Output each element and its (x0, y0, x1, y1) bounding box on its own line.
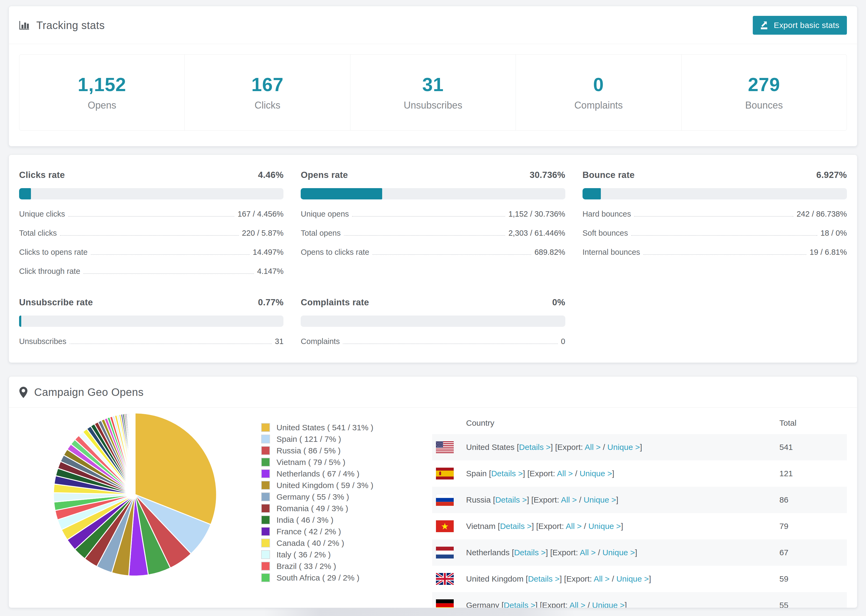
flag-gb-icon (436, 573, 454, 585)
progress-bar (301, 316, 565, 327)
country-name: Germany (466, 601, 499, 608)
rate-title: Bounce rate (583, 170, 635, 180)
legend-swatch (261, 539, 270, 547)
export-unique-link[interactable]: Unique > (584, 495, 616, 504)
pie-slice-other[interactable] (135, 413, 135, 495)
rate-row-complaints: Complaints0 (301, 337, 565, 346)
details-link[interactable]: Details > (528, 574, 560, 583)
legend-item-india: India ( 46 / 3% ) (261, 514, 422, 526)
legend-item-vietnam: Vietnam ( 79 / 5% ) (261, 456, 422, 468)
legend-swatch (261, 423, 270, 432)
rates-grid: Clicks rate4.46%Unique clicks167 / 4.456… (19, 170, 847, 346)
rate-title: Clicks rate (19, 170, 65, 180)
geo-row-united-states: United States [Details >] [Export: All >… (432, 434, 847, 460)
flag-es-icon (436, 468, 454, 479)
legend-item-romania: Romania ( 49 / 3% ) (261, 503, 422, 514)
rate-title: Opens rate (301, 170, 348, 180)
export-unique-link[interactable]: Unique > (616, 574, 649, 583)
rate-row-clicks-to-opens-rate: Clicks to opens rate14.497% (19, 248, 283, 257)
rate-row-value: 2,303 / 61.446% (508, 229, 565, 237)
rate-row-label: Hard bounces (583, 210, 631, 218)
rate-rows: Complaints0 (301, 337, 565, 346)
campaign-geo-opens-card: Campaign Geo Opens United States ( 541 /… (9, 376, 857, 608)
legend-item-brazil: Brazil ( 33 / 2% ) (261, 560, 422, 572)
export-unique-link[interactable]: Unique > (592, 601, 625, 608)
legend-label: Spain ( 121 / 7% ) (277, 435, 341, 444)
rate-rows: Unique clicks167 / 4.456%Total clicks220… (19, 210, 283, 276)
flag-cell (432, 434, 466, 460)
rate-row-value: 19 / 6.81% (809, 248, 847, 257)
export-unique-link[interactable]: Unique > (607, 443, 640, 451)
country-cell: United States [Details >] [Export: All >… (466, 434, 779, 460)
export-unique-link[interactable]: Unique > (602, 548, 635, 557)
export-all-link[interactable]: All > (594, 574, 609, 583)
progress-bar-fill (19, 316, 21, 327)
stat-box-complaints: 0Complaints (516, 55, 681, 130)
details-link[interactable]: Details > (504, 601, 535, 608)
rate-block-bounce-rate: Bounce rate6.927%Hard bounces242 / 86.73… (583, 170, 847, 276)
legend-item-united-kingdom: United Kingdom ( 59 / 3% ) (261, 479, 422, 491)
rate-value: 0.77% (258, 297, 283, 308)
geo-header: Campaign Geo Opens (9, 377, 857, 408)
legend-label: Vietnam ( 79 / 5% ) (277, 458, 345, 467)
stat-value: 1,152 (78, 74, 126, 96)
legend-swatch (261, 458, 270, 467)
progress-bar (583, 188, 847, 200)
stat-box-clicks: 167Clicks (185, 55, 350, 130)
dotted-leader (83, 273, 254, 274)
export-all-link[interactable]: All > (585, 443, 601, 451)
export-basic-stats-button[interactable]: Export basic stats (753, 16, 847, 35)
progress-bar (19, 188, 283, 200)
rate-block-clicks-rate: Clicks rate4.46%Unique clicks167 / 4.456… (19, 170, 283, 276)
rate-row-soft-bounces: Soft bounces18 / 0% (583, 229, 847, 237)
country-cell: Germany [Details >] [Export: All > / Uni… (466, 592, 779, 608)
details-link[interactable]: Details > (500, 522, 532, 531)
details-link[interactable]: Details > (514, 548, 546, 557)
rate-row-click-through-rate: Click through rate4.147% (19, 267, 283, 276)
rate-row-value: 18 / 0% (820, 229, 847, 237)
geo-row-russia: Russia [Details >] [Export: All > / Uniq… (432, 487, 847, 513)
rate-row-value: 242 / 86.738% (797, 210, 847, 218)
export-unique-link[interactable]: Unique > (579, 469, 612, 478)
geo-row-spain: Spain [Details >] [Export: All > / Uniqu… (432, 460, 847, 487)
details-link[interactable]: Details > (491, 469, 523, 478)
stat-label: Opens (88, 100, 116, 111)
progress-bar (301, 188, 565, 200)
export-unique-link[interactable]: Unique > (589, 522, 621, 531)
rate-head: Opens rate30.736% (301, 170, 565, 180)
export-all-link[interactable]: All > (557, 469, 573, 478)
geo-pie-chart[interactable] (51, 411, 219, 578)
details-link[interactable]: Details > (495, 495, 527, 504)
country-column-header: Country (466, 412, 779, 434)
geo-table-header-row: Country Total (432, 412, 847, 434)
stat-box-opens: 1,152Opens (19, 55, 185, 130)
export-all-link[interactable]: All > (569, 601, 585, 608)
details-link[interactable]: Details > (519, 443, 551, 451)
legend-swatch (261, 469, 270, 478)
stat-label: Unsubscribes (404, 100, 462, 111)
legend-swatch (261, 435, 270, 443)
rate-rows: Hard bounces242 / 86.738%Soft bounces18 … (583, 210, 847, 257)
rate-title: Unsubscribe rate (19, 297, 93, 308)
flag-cell (432, 460, 466, 487)
country-cell: Netherlands [Details >] [Export: All > /… (466, 539, 779, 566)
rate-row-opens-to-clicks-rate: Opens to clicks rate689.82% (301, 248, 565, 257)
flag-cell (432, 487, 466, 513)
rate-row-internal-bounces: Internal bounces19 / 6.81% (583, 248, 847, 257)
export-all-link[interactable]: All > (561, 495, 577, 504)
bottom-scroll-shade (264, 608, 576, 616)
legend-label: Canada ( 40 / 2% ) (277, 539, 344, 548)
stat-label: Clicks (255, 100, 280, 111)
export-all-link[interactable]: All > (580, 548, 596, 557)
rate-value: 30.736% (529, 170, 565, 180)
legend-label: Brazil ( 33 / 2% ) (277, 562, 336, 571)
rate-row-unique-clicks: Unique clicks167 / 4.456% (19, 210, 283, 218)
legend-item-south-africa: South Africa ( 29 / 2% ) (261, 572, 422, 583)
legend-label: Netherlands ( 67 / 4% ) (277, 469, 359, 478)
legend-item-france: France ( 42 / 2% ) (261, 526, 422, 537)
stat-label: Complaints (574, 100, 623, 111)
stat-box-bounces: 279Bounces (682, 55, 847, 130)
export-all-link[interactable]: All > (565, 522, 581, 531)
legend-swatch (261, 515, 270, 524)
flag-cell (432, 539, 466, 566)
